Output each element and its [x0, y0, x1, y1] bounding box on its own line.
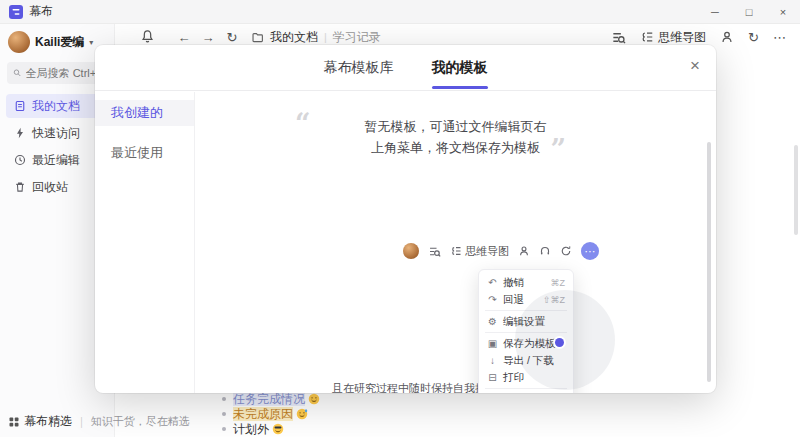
- menu-divider: [485, 332, 567, 333]
- demo-headset-icon: [539, 245, 551, 257]
- empty-line-1: 暂无模板，可通过文件编辑页右: [195, 116, 716, 137]
- close-icon[interactable]: ×: [690, 57, 700, 74]
- demo-more-icon: ⋯: [581, 242, 599, 260]
- modal-side-panel: 我创建的 最近使用: [95, 92, 195, 393]
- demo-sync-icon: [560, 245, 572, 257]
- bullet-icon: [222, 412, 226, 416]
- maximize-button[interactable]: □: [732, 0, 766, 23]
- menu-item-undo[interactable]: ↶ 撤销 ⌘Z: [479, 274, 573, 291]
- demo-toolbar: 思维导图 ⋯: [403, 242, 599, 260]
- mindmap-button[interactable]: 思维导图: [640, 29, 706, 46]
- save-template-highlight-dot[interactable]: [555, 338, 564, 347]
- demo-mindmap-label: 思维导图: [465, 244, 509, 259]
- cool-emoji: [272, 423, 284, 435]
- search-input[interactable]: [26, 67, 101, 79]
- templates-modal: 幕布模板库 我的模板 × 我创建的 最近使用 “ 暂无模板，可通过文件编辑页右 …: [95, 45, 716, 393]
- mindmap-icon: [640, 30, 654, 44]
- tab-template-library[interactable]: 幕布模板库: [324, 59, 394, 89]
- panel-item-recently-used[interactable]: 最近使用: [95, 140, 194, 166]
- user-avatar[interactable]: [8, 31, 30, 53]
- smile-emoji: [308, 393, 320, 405]
- document-bullets: 任务完成情况 未完成原因 计划外: [222, 392, 320, 437]
- menu-item-edit-settings[interactable]: ⚙ 编辑设置: [479, 313, 573, 330]
- bolt-icon: [14, 127, 26, 139]
- titlebar: 幕布 ─ □ ×: [0, 0, 800, 24]
- window-scrollbar-thumb[interactable]: [794, 145, 798, 235]
- sync-icon[interactable]: ↻: [748, 30, 759, 45]
- download-icon: ↓: [487, 355, 498, 366]
- sidebar-item-my-docs[interactable]: 我的文档: [6, 94, 108, 118]
- footer-tagline: 知识干货，尽在精选: [91, 414, 190, 429]
- app-title: 幕布: [29, 3, 53, 20]
- demo-avatar: [403, 243, 419, 259]
- document-icon: [14, 100, 26, 112]
- sidebar-item-trash[interactable]: 回收站: [6, 175, 108, 199]
- list-item[interactable]: 计划外: [222, 422, 320, 436]
- bullet-text[interactable]: 计划外: [233, 422, 269, 436]
- list-item[interactable]: 任务完成情况: [222, 392, 320, 406]
- demo-share-person-icon: [518, 245, 530, 257]
- menu-item-presentation-mode[interactable]: ▷ 演示模式: [479, 391, 573, 393]
- demo-doc-text: 且在研究过程中随时保持自我批: [332, 381, 486, 393]
- menu-divider: [485, 388, 567, 389]
- bullet-icon: [222, 397, 226, 401]
- breadcrumb-doc[interactable]: 学习记录: [333, 29, 381, 46]
- mubu-logo-icon: [9, 5, 23, 19]
- bullet-icon: [222, 427, 226, 431]
- trash-icon: [14, 181, 26, 193]
- modal-scrollbar-thumb[interactable]: [707, 142, 711, 382]
- demo-outline-search-icon: [428, 245, 441, 258]
- menu-item-export-download[interactable]: ↓ 导出 / 下载: [479, 352, 573, 369]
- menu-item-redo[interactable]: ↷ 回退 ⇧⌘Z: [479, 291, 573, 308]
- menu-divider: [485, 310, 567, 311]
- user-name: Kaili爱编: [35, 34, 84, 51]
- quote-open: “: [295, 110, 311, 137]
- grid-icon: [8, 416, 20, 428]
- demo-dropdown-menu: ↶ 撤销 ⌘Z ↷ 回退 ⇧⌘Z ⚙ 编辑设置 ▣ 保存为模板: [478, 269, 574, 393]
- app-window: 幕布 ─ □ × Kaili爱编 ▾ 我的文档 快速访问: [0, 0, 800, 437]
- modal-body: 我创建的 最近使用 “ 暂无模板，可通过文件编辑页右 上角菜单，将文档保存为模板…: [95, 92, 716, 393]
- empty-line-2: 上角菜单，将文档保存为模板: [195, 137, 716, 158]
- mubu-picks-link[interactable]: 幕布精选 ｜ 知识干货，尽在精选: [8, 413, 190, 430]
- quote-close: ”: [550, 136, 566, 163]
- bullet-text[interactable]: 未完成原因: [233, 407, 293, 421]
- undo-icon: ↶: [487, 277, 498, 288]
- sidebar-item-label: 回收站: [32, 179, 68, 196]
- search-icon: [13, 68, 22, 78]
- breadcrumb: 我的文档 | 学习记录: [251, 29, 381, 46]
- demo-mindmap-icon: [450, 245, 462, 257]
- notification-bell-icon[interactable]: [140, 29, 155, 44]
- share-person-icon[interactable]: [720, 30, 734, 44]
- clock-icon: [14, 154, 26, 166]
- more-icon[interactable]: ⋯: [773, 30, 786, 45]
- breadcrumb-separator: |: [324, 31, 327, 43]
- sidebar-item-label: 快速访问: [32, 125, 80, 142]
- print-icon: ⊟: [487, 372, 498, 383]
- breadcrumb-folder[interactable]: 我的文档: [270, 29, 318, 46]
- empty-state: “ 暂无模板，可通过文件编辑页右 上角菜单，将文档保存为模板 ”: [195, 92, 716, 184]
- sidebar-item-label: 最近编辑: [32, 152, 80, 169]
- global-search[interactable]: [7, 62, 107, 84]
- sidebar-item-recent-edits[interactable]: 最近编辑: [6, 148, 108, 172]
- chevron-down-icon: ▾: [89, 38, 93, 47]
- footer-divider: ｜: [76, 414, 87, 429]
- sidebar-item-quick-access[interactable]: 快速访问: [6, 121, 108, 145]
- settings-icon: ⚙: [487, 316, 498, 327]
- redo-icon: ↷: [487, 294, 498, 305]
- toolbar-actions: 思维导图 ↻ ⋯: [611, 29, 800, 46]
- template-icon: ▣: [487, 338, 498, 349]
- folder-icon: [251, 31, 264, 44]
- window-controls: ─ □ ×: [698, 0, 800, 23]
- tab-my-templates[interactable]: 我的模板: [432, 59, 488, 89]
- panel-item-created-by-me[interactable]: 我创建的: [95, 100, 194, 126]
- sweat-smile-emoji: [296, 408, 308, 420]
- footer-brand: 幕布精选: [24, 413, 72, 430]
- close-button[interactable]: ×: [766, 0, 800, 23]
- minimize-button[interactable]: ─: [698, 0, 732, 23]
- outline-search-icon[interactable]: [611, 30, 626, 45]
- empty-state-text: 暂无模板，可通过文件编辑页右 上角菜单，将文档保存为模板: [195, 116, 716, 158]
- menu-item-print[interactable]: ⊟ 打印: [479, 369, 573, 386]
- bullet-text[interactable]: 任务完成情况: [233, 392, 305, 406]
- mindmap-label: 思维导图: [658, 29, 706, 46]
- list-item[interactable]: 未完成原因: [222, 407, 320, 421]
